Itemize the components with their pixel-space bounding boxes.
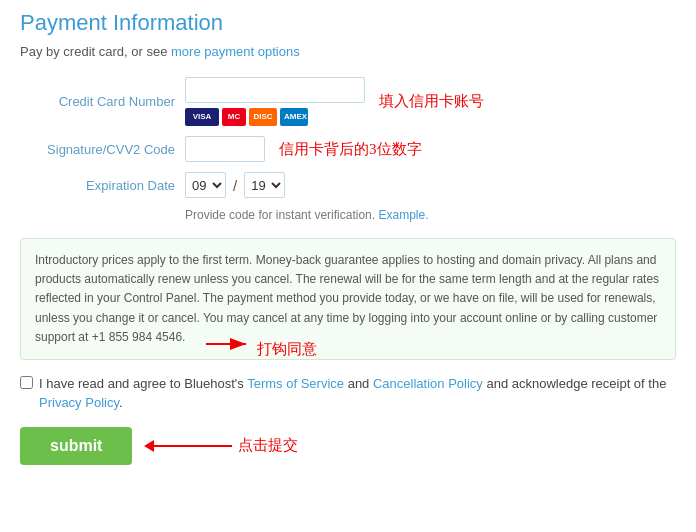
cvv-input[interactable] [185,136,265,162]
exp-month-select[interactable]: 010203040506070809101112 [185,172,226,198]
subtitle: Pay by credit card, or see more payment … [20,44,676,59]
agree-row: I have read and agree to Bluehost's Term… [20,374,676,413]
cancel-policy-link[interactable]: Cancellation Policy [373,376,483,391]
arrow-annotation-wrap: 打钩同意 [201,329,317,361]
cvv-field-wrap: 信用卡背后的3位数字 [185,136,422,162]
cvv-label: Signature/CVV2 Code [20,142,185,157]
agree-mid: and [344,376,373,391]
cc-field-wrap: VISA MC DISC AMEX 填入信用卡账号 [185,77,484,126]
exp-row: Expiration Date 010203040506070809101112… [20,172,676,198]
cvv-row: Signature/CVV2 Code 信用卡背后的3位数字 [20,136,676,162]
exp-separator: / [230,177,240,194]
notice-text: Introductory prices apply to the first t… [35,253,659,344]
submit-annotation-wrap: 点击提交 [152,436,298,455]
verify-example-link[interactable]: Example. [378,208,428,222]
subtitle-text: Pay by credit card, or see [20,44,171,59]
card-icons: VISA MC DISC AMEX [185,108,365,126]
discover-icon: DISC [249,108,277,126]
cc-input[interactable] [185,77,365,103]
cvv-annotation: 信用卡背后的3位数字 [279,140,422,159]
agree-suffix: and acknowledge receipt of the [483,376,667,391]
cc-row: Credit Card Number VISA MC DISC AMEX 填入信… [20,77,676,126]
check-annotation: 打钩同意 [257,342,317,357]
agree-end: . [119,395,123,410]
page-title: Payment Information [20,10,676,36]
visa-icon: VISA [185,108,219,126]
cc-label: Credit Card Number [20,94,185,109]
cc-input-group: VISA MC DISC AMEX [185,77,365,126]
mastercard-icon: MC [222,108,246,126]
arrow-icon [201,329,251,359]
exp-field-wrap: 010203040506070809101112 / 1718192021222… [185,172,285,198]
notice-box: Introductory prices apply to the first t… [20,238,676,360]
amex-icon: AMEX [280,108,308,126]
submit-row: submit 点击提交 [20,427,676,465]
tos-link[interactable]: Terms of Service [247,376,344,391]
privacy-link[interactable]: Privacy Policy [39,395,119,410]
exp-label: Expiration Date [20,178,185,193]
cc-annotation: 填入信用卡账号 [379,92,484,111]
exp-year-select[interactable]: 171819202122232425 [244,172,285,198]
verify-note: Provide code for instant verification. E… [185,208,676,222]
submit-arrow-icon [152,445,232,447]
agree-checkbox[interactable] [20,376,33,389]
more-payment-link[interactable]: more payment options [171,44,300,59]
agree-prefix: I have read and agree to Bluehost's [39,376,247,391]
verify-text: Provide code for instant verification. [185,208,375,222]
submit-annotation: 点击提交 [238,436,298,455]
submit-button[interactable]: submit [20,427,132,465]
agree-text: I have read and agree to Bluehost's Term… [39,374,676,413]
